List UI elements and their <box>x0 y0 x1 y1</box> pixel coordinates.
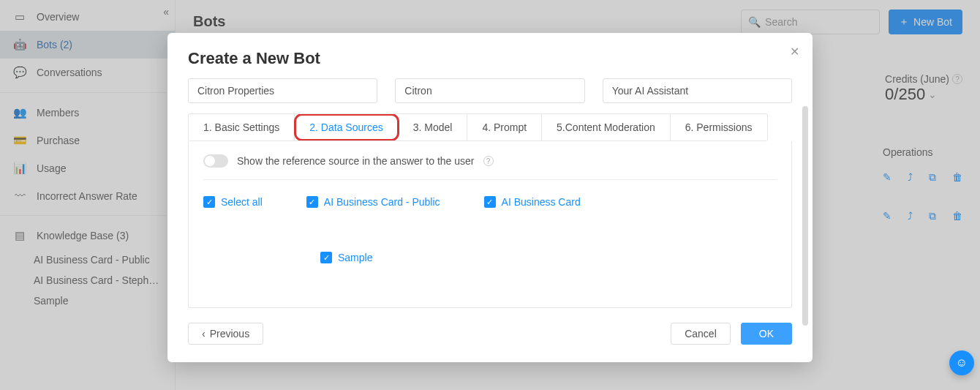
checkbox-label: AI Business Card <box>502 196 581 208</box>
datasource-checkbox[interactable]: ✓ AI Business Card <box>484 196 581 208</box>
tab-basic-settings[interactable]: 1. Basic Settings <box>189 114 295 140</box>
datasource-checkbox[interactable]: ✓ AI Business Card - Public <box>306 196 440 208</box>
cancel-button[interactable]: Cancel <box>671 323 731 345</box>
company-field[interactable] <box>188 78 377 103</box>
checkbox-label: AI Business Card - Public <box>324 196 440 208</box>
tab-prompt[interactable]: 4. Prompt <box>467 114 542 140</box>
checkbox-checked-icon: ✓ <box>484 196 496 208</box>
data-sources-panel: Show the reference source in the answer … <box>188 141 792 308</box>
tab-content-moderation[interactable]: 5.Content Moderation <box>542 114 671 140</box>
checkbox-checked-icon: ✓ <box>306 196 318 208</box>
create-bot-modal: ✕ Create a New Bot 1. Basic Settings 2. … <box>167 33 813 362</box>
smile-icon: ☺ <box>956 356 968 370</box>
support-chat-button[interactable]: ☺ <box>949 350 974 375</box>
close-button[interactable]: ✕ <box>790 45 799 59</box>
tab-model[interactable]: 3. Model <box>399 114 468 140</box>
toggle-label: Show the reference source in the answer … <box>237 155 475 167</box>
checkbox-checked-icon: ✓ <box>320 252 332 263</box>
tab-data-sources[interactable]: 2. Data Sources <box>295 114 398 140</box>
help-icon[interactable]: ? <box>483 156 494 166</box>
tagline-field[interactable] <box>603 78 792 103</box>
button-label: Previous <box>210 328 249 340</box>
wizard-tabs: 1. Basic Settings 2. Data Sources 3. Mod… <box>188 113 768 141</box>
scrollbar-thumb[interactable] <box>802 106 808 326</box>
checkbox-label: Sample <box>338 252 372 263</box>
checkbox-label: Select all <box>221 196 263 208</box>
show-reference-toggle[interactable] <box>203 154 228 168</box>
tab-permissions[interactable]: 6. Permissions <box>671 114 767 140</box>
ok-button[interactable]: OK <box>741 323 792 345</box>
modal-overlay: ✕ Create a New Bot 1. Basic Settings 2. … <box>0 0 980 390</box>
modal-title: Create a New Bot <box>188 49 792 68</box>
button-label: Cancel <box>685 328 717 340</box>
previous-button[interactable]: ‹ Previous <box>188 323 263 345</box>
close-icon: ✕ <box>790 45 799 58</box>
checkbox-checked-icon: ✓ <box>203 196 215 208</box>
bot-name-field[interactable] <box>395 78 584 103</box>
chevron-left-icon: ‹ <box>202 328 206 340</box>
button-label: OK <box>759 328 774 340</box>
select-all-checkbox[interactable]: ✓ Select all <box>203 196 263 208</box>
datasource-checkbox[interactable]: ✓ Sample <box>320 252 372 263</box>
